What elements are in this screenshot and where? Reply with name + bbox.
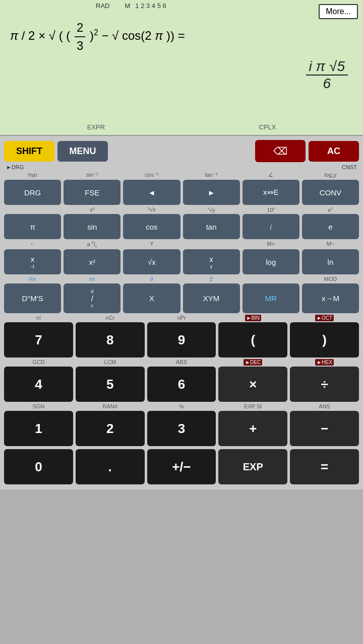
- top-controls-row: SHIFT MENU ⌫ AC: [4, 140, 359, 162]
- drg-label: ►DRG: [6, 164, 24, 170]
- nine-button[interactable]: 9: [147, 322, 216, 357]
- plusminus-button[interactable]: +/−: [147, 449, 216, 484]
- i-button[interactable]: i: [243, 214, 299, 239]
- sqrt-button[interactable]: √x: [123, 249, 180, 274]
- row7-labels: SGN RAN# % EXP SI ANS: [4, 403, 359, 411]
- ln-button[interactable]: ln: [302, 249, 359, 274]
- menu-button[interactable]: MENU: [57, 141, 108, 162]
- divide-button[interactable]: ÷: [290, 367, 359, 402]
- calculator-body: SHIFT MENU ⌫ AC ►DRG CNST hyp sin⁻¹ cos⁻…: [0, 136, 363, 489]
- cnst-label: CNST: [342, 164, 359, 170]
- decimal-button[interactable]: .: [76, 449, 145, 484]
- plus-button[interactable]: +: [218, 411, 287, 446]
- row7-buttons: 1 2 3 + −: [4, 411, 359, 446]
- expr-cos: cos(2: [122, 29, 152, 42]
- x-e-button[interactable]: x⇔E: [243, 180, 299, 205]
- expr-2: 2: [28, 29, 35, 42]
- result-sqrt5: √5: [329, 58, 345, 74]
- row4-buttons: D°M′S d/c X XYM MR x→M: [4, 283, 359, 313]
- seven-button[interactable]: 7: [4, 322, 73, 357]
- row5-labels: n! nCr nPr ►BIN ►OCT: [4, 314, 359, 322]
- result-i: i: [309, 58, 316, 74]
- drg-button[interactable]: DRG: [4, 180, 61, 205]
- ac-button[interactable]: AC: [309, 141, 359, 162]
- six-button[interactable]: 6: [147, 367, 216, 402]
- x-button[interactable]: X: [123, 283, 180, 313]
- tan-button[interactable]: tan: [183, 214, 240, 239]
- exp-button[interactable]: EXP: [218, 449, 287, 484]
- mr-button[interactable]: MR: [243, 283, 299, 313]
- expression-display: π / 2 × √ ( ( 2 3 )2 − √ cos(2 π )) =: [0, 12, 363, 56]
- row1-labels: hyp sin⁻¹ cos⁻¹ tan⁻¹ ∠ logxy: [4, 171, 359, 180]
- xym-button[interactable]: XYM: [183, 283, 240, 313]
- sin-button[interactable]: sin: [64, 214, 120, 239]
- equals-button[interactable]: =: [290, 449, 359, 484]
- row1-buttons: DRG FSE ◄ ► x⇔E CONV: [4, 180, 359, 205]
- row6-buttons: 4 5 6 × ÷: [4, 367, 359, 402]
- row2-buttons: π sin cos tan i e: [4, 214, 359, 239]
- dc-button[interactable]: d/c: [64, 283, 120, 313]
- more-button[interactable]: More...: [319, 4, 358, 19]
- mode-indicator: RAD: [96, 2, 109, 10]
- row3-buttons: x-1 x² √x xy log ln: [4, 249, 359, 274]
- conv-button[interactable]: CONV: [302, 180, 359, 205]
- calculator-display: RAD M 1 2 3 4 5 6 More... π / 2 × √ ( ( …: [0, 0, 363, 136]
- expr-sqrt: √: [49, 29, 55, 42]
- dms-button[interactable]: D°M′S: [4, 283, 61, 313]
- one-button[interactable]: 1: [4, 411, 73, 446]
- expr-pi: π: [10, 29, 18, 42]
- three-button[interactable]: 3: [147, 411, 216, 446]
- row3-labels: ← a b/c Y M+ M−: [4, 240, 359, 249]
- row4-labels: Re Im θ z̄ MOD: [4, 275, 359, 283]
- backspace-button[interactable]: ⌫: [255, 140, 306, 162]
- cplx-label: CPLX: [259, 123, 276, 131]
- x-to-m-button[interactable]: x→M: [302, 283, 359, 313]
- fse-button[interactable]: FSE: [64, 180, 120, 205]
- expr-label: EXPR: [87, 123, 105, 131]
- eight-button[interactable]: 8: [76, 322, 145, 357]
- right-arrow-button[interactable]: ►: [183, 180, 240, 205]
- row8-buttons: 0 . +/− EXP =: [4, 449, 359, 484]
- row5-buttons: 7 8 9 ( ): [4, 322, 359, 357]
- two-button[interactable]: 2: [76, 411, 145, 446]
- display-bottom-bar: EXPR CPLX: [0, 123, 363, 131]
- log-button[interactable]: log: [243, 249, 299, 274]
- four-button[interactable]: 4: [4, 367, 73, 402]
- five-button[interactable]: 5: [76, 367, 145, 402]
- memory-indicator: M: [125, 2, 130, 10]
- result-fraction: i π √5 6: [306, 58, 348, 92]
- x-pow-y-button[interactable]: xy: [183, 249, 240, 274]
- drg-cnst-labels: ►DRG CNST: [4, 164, 359, 170]
- result-denominator: 6: [320, 76, 334, 92]
- result-display: i π √5 6: [0, 56, 363, 92]
- x-inv-button[interactable]: x-1: [4, 249, 61, 274]
- result-pi: π: [316, 58, 330, 74]
- e-button[interactable]: e: [302, 214, 359, 239]
- minus-button[interactable]: −: [290, 411, 359, 446]
- left-arrow-button[interactable]: ◄: [123, 180, 180, 205]
- row6-labels: GCD LCM ABS ►DEC ►HEX: [4, 359, 359, 367]
- row2-labels: x³ ³√x x√y 10x ex: [4, 206, 359, 214]
- cos-button[interactable]: cos: [123, 214, 180, 239]
- expr-pi2: π: [155, 29, 163, 42]
- close-paren-button[interactable]: ): [290, 322, 359, 357]
- pi-button[interactable]: π: [4, 214, 61, 239]
- zero-button[interactable]: 0: [4, 449, 73, 484]
- x-sq-button[interactable]: x²: [64, 249, 120, 274]
- expr-fraction: 2 3: [75, 19, 85, 54]
- expr-sqrt2: √: [112, 29, 118, 42]
- open-paren-button[interactable]: (: [218, 322, 287, 357]
- multiply-button[interactable]: ×: [218, 367, 287, 402]
- shift-button[interactable]: SHIFT: [4, 141, 54, 162]
